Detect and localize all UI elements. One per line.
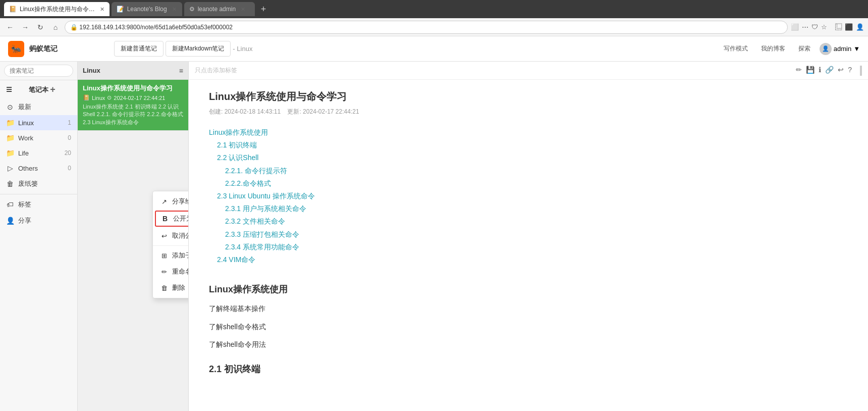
context-menu: ↗ 分享给好友 B 公开为博客 ↩ 取消公开为博客 ⊞ 添加子笔记本 (152, 191, 188, 298)
sidebar-item-linux[interactable]: 📁 Linux 1 (0, 115, 77, 130)
toc-link-9[interactable]: 2.3.4 系统常用功能命令 (209, 241, 848, 253)
edit-icon[interactable]: ✏ (796, 66, 802, 76)
sidebar-item-trash[interactable]: 🗑 废纸篓 (0, 176, 77, 192)
context-menu-share-label: 分享给好友 (172, 197, 188, 206)
sidebar-item-work[interactable]: 📁 Work 0 (0, 130, 77, 145)
tab-active[interactable]: 📔 Linux操作系统使用与命令… ✕ (4, 2, 110, 16)
note-section-heading: Linux操作系统使用 (209, 281, 848, 297)
star-icon[interactable]: ☆ (821, 23, 827, 31)
reload-button[interactable]: ↻ (34, 21, 46, 33)
sidebar-item-others[interactable]: ▷ Others 0 (0, 161, 77, 176)
tab-favicon-1: 📔 (9, 6, 17, 13)
sidebar-label-trash: 废纸篓 (18, 179, 71, 188)
context-menu-rename[interactable]: ✏ 重命名 (153, 264, 188, 280)
shield-icon[interactable]: 🛡 (811, 23, 818, 31)
undo-icon[interactable]: ↩ (838, 66, 844, 76)
context-menu-unpublish-label: 取消公开为博客 (172, 231, 188, 240)
tag-hint[interactable]: 只点击添加标签 (195, 66, 796, 75)
sort-icon[interactable]: ≡ (179, 67, 183, 75)
help-icon[interactable]: ? (848, 66, 852, 76)
context-menu-delete[interactable]: 🗑 删除 (153, 280, 188, 296)
note-body: Linux操作系统使用 2.1 初识终端 2.2 认识Shell 2.2.1. … (209, 126, 848, 377)
rename-icon: ✏ (160, 268, 168, 276)
toolbar-note-actions: 新建普通笔记 新建Markdown笔记 - Linux (114, 41, 252, 57)
toc-link-0[interactable]: Linux操作系统使用 (209, 126, 848, 139)
new-note-button[interactable]: 新建普通笔记 (114, 41, 164, 57)
recent-icon: ⊙ (6, 103, 14, 111)
note-created: 创建: 2024-02-18 14:43:11 (209, 108, 281, 115)
more-icon[interactable]: ⋯ (802, 23, 808, 31)
tab-2[interactable]: 📝 Leanote's Blog ✕ (112, 2, 182, 16)
sidebar-menu-icon[interactable]: ☰ (6, 86, 27, 93)
toc-link-2[interactable]: 2.2 认识Shell (209, 151, 848, 164)
context-menu-rename-label: 重命名 (172, 267, 188, 276)
context-menu-share[interactable]: ↗ 分享给好友 (153, 193, 188, 210)
toolbar-right: 写作模式 我的博客 探索 👤 admin ▼ (720, 42, 860, 55)
sidebar-label-tags: 标签 (18, 200, 71, 209)
new-tab-button[interactable]: + (257, 4, 270, 15)
add-child-icon: ⊞ (160, 252, 168, 260)
url-bar[interactable]: 🔒 192.168.149.143:9800/note/65d1a6ebf50d… (65, 21, 788, 34)
delete-icon: 🗑 (160, 284, 168, 292)
note-para-3: 了解shell命令用法 (209, 338, 848, 351)
toc-link-1[interactable]: 2.1 初识终端 (209, 139, 848, 151)
toc-link-3[interactable]: 2.2.1. 命令行提示符 (209, 165, 848, 177)
context-menu-publish[interactable]: B 公开为博客 (155, 211, 188, 227)
sidebar-count-work: 0 (68, 134, 71, 141)
url-text: 192.168.149.143:9800/note/65d1a6ebf50d0a… (79, 24, 233, 31)
back-button[interactable]: ← (4, 21, 16, 33)
link-icon[interactable]: 🔗 (825, 66, 834, 76)
work-folder-icon: 📁 (6, 134, 14, 142)
tab-close-3[interactable]: ✕ (241, 6, 245, 13)
toc-section: Linux操作系统使用 2.1 初识终端 2.2 认识Shell 2.2.1. … (209, 126, 848, 266)
write-mode-button[interactable]: 写作模式 (720, 42, 752, 55)
tab-favicon-2: 📝 (117, 6, 124, 13)
note-title: Linux操作系统使用与命令学习 (209, 90, 848, 104)
note-section-2-1: 2.1 初识终端 (209, 361, 848, 377)
sidebar-item-recent[interactable]: ⊙ 最新 (0, 99, 77, 115)
main-content-area: 只点击添加标签 ✏ 💾 ℹ 🔗 ↩ ? Linux操作系统使用与命令学习 创建:… (189, 62, 868, 411)
logo-icon-symbol: 🐜 (11, 44, 21, 54)
unpublish-icon: ↩ (160, 232, 168, 240)
user-name: admin (834, 45, 851, 53)
home-button[interactable]: ⌂ (49, 21, 62, 33)
sidebar-item-share[interactable]: 👤 分享 (0, 213, 77, 229)
sidebar-item-tags[interactable]: 🏷 标签 (0, 196, 77, 213)
tab-3[interactable]: ⚙ leanote admin ✕ (184, 2, 255, 16)
forward-button[interactable]: → (19, 21, 31, 33)
notebook-list-header: Linux ≡ (78, 62, 188, 80)
save-icon[interactable]: 💾 (806, 66, 815, 76)
context-menu-add-child[interactable]: ⊞ 添加子笔记本 (153, 247, 188, 264)
search-button[interactable]: 探索 (794, 42, 815, 55)
new-markdown-button[interactable]: 新建Markdown笔记 (166, 41, 231, 57)
sidebar-label-recent: 最新 (18, 102, 71, 112)
context-menu-publish-label: 公开为博客 (173, 214, 188, 223)
sidebar-item-life[interactable]: 📁 Life 20 (0, 145, 77, 161)
tab-close-1[interactable]: ✕ (100, 6, 104, 13)
user-dropdown-icon: ▼ (853, 45, 860, 53)
sync-icon[interactable]: ⬛ (845, 23, 853, 31)
add-notebook-button[interactable]: + (50, 84, 71, 95)
tags-icon: 🏷 (6, 200, 14, 209)
toc-link-7[interactable]: 2.3.2 文件相关命令 (209, 215, 848, 228)
note-list-item[interactable]: Linux操作系统使用与命令学习 📔 Linux ⊙ 2024-02-17 22… (78, 80, 188, 131)
user-menu[interactable]: 👤 admin ▼ (820, 43, 860, 55)
reader-mode-icon[interactable]: ⬜ (791, 23, 799, 31)
extensions-icon[interactable]: ⿺ (835, 23, 842, 31)
toc-link-4[interactable]: 2.2.2.命令格式 (209, 177, 848, 190)
toc-link-8[interactable]: 2.3.3 压缩打包相关命令 (209, 228, 848, 241)
toc-link-5[interactable]: 2.3 Linux Ubuntu 操作系统命令 (209, 190, 848, 202)
toc-link-10[interactable]: 2.4 VIM命令 (209, 253, 848, 266)
context-menu-unpublish[interactable]: ↩ 取消公开为博客 (153, 228, 188, 244)
toc-link-6[interactable]: 2.3.1 用户与系统相关命令 (209, 202, 848, 215)
context-menu-delete-label: 删除 (172, 283, 185, 292)
note-item-preview: Linux操作系统使 2.1 初识终端 2.2 认识Shell 2.2.1. 命… (83, 103, 183, 126)
sidebar-count-linux: 1 (68, 119, 71, 126)
search-input[interactable] (4, 65, 73, 77)
browser-chrome: 📔 Linux操作系统使用与命令… ✕ 📝 Leanote's Blog ✕ ⚙… (0, 0, 868, 18)
my-blog-button[interactable]: 我的博客 (757, 42, 789, 55)
tab-close-2[interactable]: ✕ (172, 6, 177, 13)
account-icon[interactable]: 👤 (856, 23, 864, 31)
info-icon[interactable]: ℹ (819, 66, 821, 76)
scrollbar-handle[interactable] (860, 66, 862, 76)
